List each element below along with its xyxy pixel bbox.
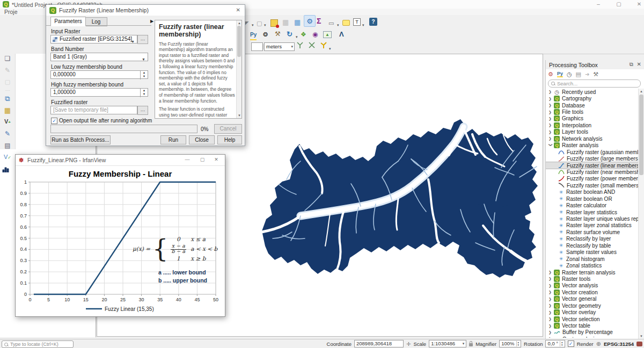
restore-button[interactable]: ▢ bbox=[612, 1, 626, 7]
help-button[interactable]: Help bbox=[217, 135, 242, 144]
spinner-arrows[interactable]: ▲▼ bbox=[140, 89, 148, 97]
viewer-titlebar[interactable]: ✽ Fuzzify_Linear.PNG - IrfanView — ▢ ✕ bbox=[16, 155, 225, 166]
osgeo-icon[interactable]: ◉ bbox=[312, 30, 318, 39]
snapping-intersection-icon[interactable] bbox=[308, 41, 316, 51]
chevron-right-icon[interactable]: ❯ bbox=[548, 117, 554, 121]
output-file-input[interactable]: [Save to temporary file] bbox=[50, 106, 137, 114]
tab-parameters[interactable]: Parameters bbox=[50, 17, 86, 26]
toolbox-item[interactable]: ❯QGraphics bbox=[546, 115, 639, 122]
close-panel-icon[interactable]: ✕ bbox=[637, 61, 641, 67]
units-combo[interactable]: meters▾ bbox=[264, 42, 295, 52]
refresh-icon[interactable]: ↻ bbox=[287, 29, 292, 39]
toolbox-item[interactable]: ❯QVector selection bbox=[546, 316, 639, 322]
history-icon[interactable]: ◷ bbox=[567, 71, 572, 78]
scale-combo[interactable]: 1:1030486▾ bbox=[429, 340, 466, 347]
toolbox-item[interactable]: Fuzzify raster (gaussian membership) bbox=[546, 149, 639, 155]
chevron-down-icon[interactable]: ▾ bbox=[264, 20, 266, 30]
toolbox-item[interactable]: ❯QDatabase bbox=[546, 102, 639, 108]
scroll-up-icon[interactable]: ▲ bbox=[639, 89, 644, 94]
toolbox-item[interactable]: ✳Reclassify by layer bbox=[546, 236, 639, 242]
toolbox-item[interactable]: ❯QVector analysis bbox=[546, 282, 639, 289]
new-project-icon[interactable]: ❏ bbox=[2, 55, 13, 64]
toolbox-item[interactable]: ❯Contour plugin bbox=[546, 336, 639, 338]
chevron-right-icon[interactable]: ❯ bbox=[548, 317, 554, 321]
close-button[interactable]: ✕ bbox=[632, 1, 644, 7]
chevron-right-icon[interactable]: ❯ bbox=[548, 103, 554, 107]
toolbox-item[interactable]: ❯QRaster terrain analysis bbox=[546, 269, 639, 276]
lambda-icon[interactable]: Λ bbox=[339, 29, 344, 39]
minimize-button[interactable]: – bbox=[591, 1, 605, 7]
toolbox-item[interactable]: ✳Raster boolean AND bbox=[546, 189, 639, 195]
toolbox-item[interactable]: ✳Reclassify by table bbox=[546, 242, 639, 249]
text-annotation-icon[interactable]: T bbox=[353, 17, 361, 27]
processing-toolbox-icon[interactable]: ⚙ bbox=[304, 16, 316, 26]
map-tips-icon[interactable] bbox=[342, 18, 350, 27]
spinner-arrows[interactable]: ▲▼ bbox=[140, 71, 148, 79]
chevron-right-icon[interactable]: ❯ bbox=[548, 270, 554, 274]
select-by-value-icon[interactable] bbox=[270, 18, 278, 28]
input-raster-combo[interactable]: Fuzzified raster [EPSG:31254] ▼ bbox=[50, 35, 137, 44]
plugin-icon[interactable]: ❖ bbox=[301, 30, 306, 39]
chevron-right-icon[interactable]: ❯ bbox=[548, 290, 554, 294]
toolbox-item[interactable]: ✳Zonal histogram bbox=[546, 256, 639, 262]
chevron-right-icon[interactable]: ❯ bbox=[548, 110, 554, 114]
toolbox-item[interactable]: ❯QFile tools bbox=[546, 108, 639, 115]
toolbox-item[interactable]: ✳Raster boolean OR bbox=[546, 195, 639, 202]
chevron-right-icon[interactable]: ❯ bbox=[548, 310, 554, 315]
toolbox-item[interactable]: Fuzzify raster (near membership) bbox=[546, 169, 639, 175]
toolbox-item[interactable]: ❯QNetwork analysis bbox=[546, 135, 639, 142]
measure-icon[interactable]: ▭ bbox=[328, 18, 334, 28]
toolbox-item[interactable]: ✳Sample raster values bbox=[546, 249, 639, 256]
close-button[interactable]: ✕ bbox=[210, 157, 223, 162]
chevron-down-icon[interactable]: ▾ bbox=[296, 32, 298, 42]
chevron-right-icon[interactable]: ❯ bbox=[548, 130, 554, 134]
statistics-sigma-icon[interactable]: Σ bbox=[317, 16, 321, 26]
toolbox-item[interactable]: Fuzzify raster (power membership) bbox=[546, 176, 639, 182]
menu-project[interactable]: Proje bbox=[4, 9, 18, 15]
coordinate-value[interactable]: 208989,306418 bbox=[354, 340, 404, 347]
toolbox-item[interactable]: ❯QRaster analysis bbox=[546, 142, 639, 149]
maximize-button[interactable]: ▢ bbox=[196, 157, 209, 162]
chevron-right-icon[interactable]: ❯ bbox=[548, 136, 554, 141]
toolbox-item[interactable]: ❯QLayer tools bbox=[546, 129, 639, 135]
debug-bug-icon[interactable]: ❂ bbox=[263, 30, 268, 39]
annotation-pen-icon[interactable]: ✎ bbox=[2, 130, 13, 140]
add-vector-layer-icon[interactable]: ⧉ bbox=[2, 95, 13, 104]
snapping-active-icon[interactable] bbox=[320, 41, 327, 51]
toolbox-item[interactable]: ✳Raster calculator bbox=[546, 202, 639, 208]
chevron-right-icon[interactable]: ❯ bbox=[548, 123, 554, 127]
chevron-down-icon[interactable]: ▾ bbox=[252, 20, 254, 30]
python-console-icon[interactable]: Py bbox=[250, 30, 257, 40]
globe-icon[interactable]: ⊕ bbox=[596, 340, 601, 347]
toolbox-item[interactable]: ❯QCartography bbox=[546, 95, 639, 102]
band-combo[interactable]: Band 1 (Gray) ▼ bbox=[50, 53, 148, 61]
run-button[interactable]: Run bbox=[160, 135, 186, 144]
chevron-right-icon[interactable]: ❯ bbox=[548, 97, 554, 101]
map-view-check-icon[interactable]: V✓ bbox=[2, 154, 13, 163]
chevron-right-icon[interactable]: ❯ bbox=[548, 303, 554, 308]
help-icon[interactable]: ? bbox=[369, 17, 377, 26]
native-tools-icon[interactable]: ⚙ bbox=[548, 71, 553, 78]
chevron-right-icon[interactable]: ❯ bbox=[548, 324, 554, 328]
help-scrollbar[interactable]: ▲ ▼ bbox=[236, 20, 241, 118]
toolbox-item[interactable]: ✳Raster surface volume bbox=[546, 229, 639, 235]
georeferencer-icon[interactable]: ▲ bbox=[323, 30, 332, 39]
batch-process-button[interactable]: Run as Batch Process... bbox=[50, 135, 111, 144]
input-browse-button[interactable]: … bbox=[137, 35, 148, 44]
messages-icon[interactable] bbox=[636, 342, 642, 346]
locate-input[interactable]: Type to locate (Ctrl+K) bbox=[2, 340, 74, 348]
magnifier-value[interactable]: 100%▴▾ bbox=[499, 340, 521, 347]
toolbox-item[interactable]: ✳Zonal statistics bbox=[546, 262, 639, 269]
chevron-down-icon[interactable]: ❯ bbox=[548, 143, 553, 149]
render-checkbox[interactable]: ✓ bbox=[568, 340, 574, 347]
extents-icon[interactable]: ✛ bbox=[406, 341, 411, 347]
toolbox-item[interactable]: Fuzzify raster (linear membership) bbox=[546, 162, 639, 169]
histogram-icon[interactable] bbox=[2, 165, 13, 175]
minimize-button[interactable]: — bbox=[181, 157, 194, 162]
chevron-right-icon[interactable]: ❯ bbox=[548, 90, 554, 94]
toolbox-item[interactable]: ✳Raster layer statistics bbox=[546, 209, 639, 215]
low-bound-spinbox[interactable]: 0,000000 ▲▼ bbox=[50, 70, 148, 79]
chevron-right-icon[interactable]: ❯ bbox=[548, 330, 554, 335]
toolbox-item[interactable]: ❯QVector general bbox=[546, 296, 639, 302]
toolbox-item[interactable]: ❯QVector overlay bbox=[546, 309, 639, 315]
